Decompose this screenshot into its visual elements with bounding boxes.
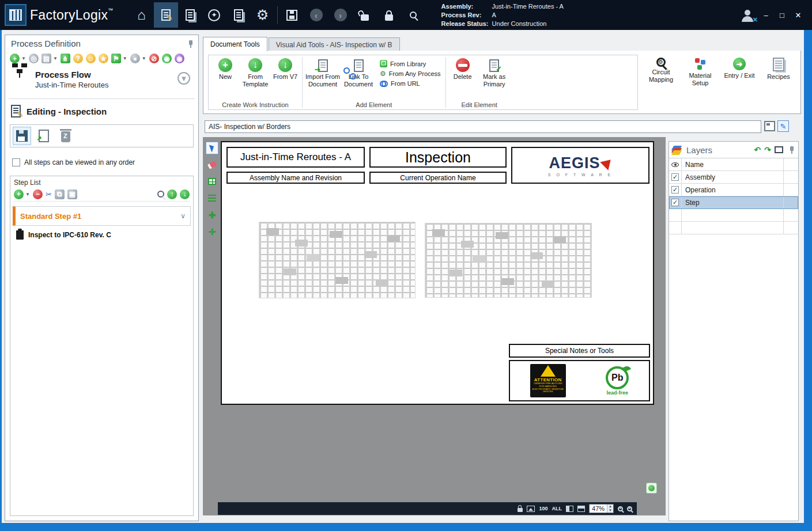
- zoom-up-arrow[interactable]: ▲: [607, 505, 613, 509]
- fit-width-button[interactable]: [566, 506, 573, 512]
- collapse-chevron-icon[interactable]: ▼: [177, 72, 190, 85]
- tab-visual-aid-tools[interactable]: Visual Aid Tools - AIS- Inspection w/ B: [269, 37, 400, 51]
- operation-visibility-checkbox[interactable]: ✓: [671, 186, 679, 194]
- process-flow-section[interactable]: Process Flow Just-in-Time Reroutes ▼: [11, 69, 192, 95]
- forward-button[interactable]: ›: [328, 2, 353, 28]
- import-step-button[interactable]: [35, 127, 53, 145]
- zoom-100-button[interactable]: 100: [539, 506, 547, 511]
- zoom-all-button[interactable]: ALL: [552, 506, 562, 511]
- new-button[interactable]: + New: [211, 56, 240, 81]
- save-step-button[interactable]: [13, 127, 31, 145]
- deactivate-button[interactable]: ⊘: [149, 54, 159, 63]
- add-operation-button[interactable]: +: [10, 54, 20, 63]
- operation-header-box[interactable]: Inspection: [369, 147, 507, 168]
- design-canvas[interactable]: ✚ ✛ Just-in-Time Reroutes - A Inspection…: [203, 137, 666, 515]
- zoom-tool-button[interactable]: +: [627, 506, 632, 511]
- delete-element-button[interactable]: Delete: [448, 56, 477, 81]
- pointer-tool-button[interactable]: [206, 142, 218, 154]
- move-step-down-button[interactable]: ↓: [180, 189, 190, 199]
- documents-button[interactable]: [178, 2, 202, 28]
- table-tool-button[interactable]: [206, 175, 218, 188]
- zoom-value-spinner[interactable]: 47% ▲ ▼: [589, 504, 614, 513]
- paste-icon[interactable]: ▣: [67, 189, 77, 199]
- mark-as-primary-button[interactable]: ✓ Mark as Primary: [478, 56, 511, 88]
- from-library-button[interactable]: ❒ From Library: [380, 60, 441, 67]
- assembly-label-box[interactable]: Assembly Name and Revision: [226, 172, 365, 184]
- pcb-image-left[interactable]: [259, 222, 416, 298]
- activate-button[interactable]: ◉: [162, 54, 172, 63]
- align-tool-button[interactable]: [206, 192, 218, 204]
- material-setup-button[interactable]: Material Setup: [682, 55, 719, 86]
- record-button[interactable]: ◉: [175, 54, 184, 63]
- person-button[interactable]: ☺: [86, 54, 96, 63]
- tab-document-tools[interactable]: Document Tools: [203, 37, 267, 51]
- zoom-down-arrow[interactable]: ▼: [607, 509, 613, 513]
- close-button[interactable]: ✕: [790, 8, 806, 22]
- eraser-tool-button[interactable]: [206, 158, 218, 171]
- move-tool-button[interactable]: ✛: [206, 225, 218, 238]
- process-editor-button[interactable]: ✎: [154, 2, 178, 28]
- lock-button[interactable]: [377, 2, 401, 28]
- more-tools-button[interactable]: ●: [130, 54, 140, 63]
- link-to-document-button[interactable]: Link To Document: [342, 56, 375, 88]
- flag-button[interactable]: ⚑: [111, 54, 121, 63]
- layer-row-step[interactable]: ✓ Step: [669, 196, 798, 209]
- step-chevron-icon[interactable]: ∨: [180, 212, 186, 220]
- layout-view-button[interactable]: [764, 121, 775, 131]
- undo-icon[interactable]: ↶: [754, 146, 761, 154]
- person-question-button[interactable]: ?: [73, 54, 83, 63]
- user-logout-icon[interactable]: ✕: [742, 16, 753, 22]
- statusbar-image-icon[interactable]: [527, 506, 535, 512]
- cut-icon[interactable]: ✂: [46, 190, 52, 199]
- from-url-button[interactable]: From URL: [380, 80, 441, 87]
- step-item-selected[interactable]: Standard Step #1 ∨: [13, 206, 191, 226]
- notes-header-box[interactable]: Special Notes or Tools: [509, 344, 650, 358]
- assembly-header-box[interactable]: Just-in-Time Reroutes - A: [226, 147, 365, 168]
- home-button[interactable]: ⌂: [130, 2, 154, 28]
- navigator-button[interactable]: ✦: [202, 2, 226, 28]
- back-button[interactable]: ‹: [304, 2, 328, 28]
- flag-caret-icon[interactable]: ▼: [123, 56, 127, 61]
- person-star-button[interactable]: ★: [99, 54, 108, 63]
- add-operation-caret-icon[interactable]: ▼: [21, 56, 26, 61]
- reports-button[interactable]: [226, 2, 251, 28]
- minimize-button[interactable]: –: [758, 8, 774, 22]
- any-order-checkbox[interactable]: [12, 158, 20, 166]
- document-page[interactable]: Just-in-Time Reroutes - A Inspection AEG…: [221, 141, 654, 405]
- web-link-button[interactable]: ◎: [29, 54, 39, 63]
- add-step-button[interactable]: +: [14, 189, 24, 199]
- step-visibility-checkbox[interactable]: ✓: [671, 199, 679, 206]
- settings-button[interactable]: ⚙: [251, 2, 275, 28]
- fullscreen-icon[interactable]: [775, 146, 783, 153]
- step-instruction-item[interactable]: Inspect to IPC-610 Rev. C: [16, 230, 111, 240]
- import-from-document-button[interactable]: ➜ Import From Document: [305, 56, 341, 88]
- maximize-button[interactable]: □: [774, 8, 790, 22]
- from-v7-button[interactable]: ↓ From V7: [271, 56, 300, 81]
- scroll-to-content-button[interactable]: [646, 483, 657, 494]
- print-button[interactable]: ▤: [41, 54, 51, 63]
- copy-icon[interactable]: ⧉: [55, 189, 65, 199]
- notes-content-box[interactable]: ATTENTION OBSERVE PRECAUTIONS FOR HANDLI…: [509, 360, 650, 401]
- assembly-visibility-checkbox[interactable]: ✓: [671, 173, 679, 181]
- layers-pin-icon[interactable]: [787, 146, 795, 154]
- pcb-image-right[interactable]: [425, 223, 592, 298]
- print-caret-icon[interactable]: ▼: [53, 56, 58, 61]
- layer-row-operation[interactable]: ✓ Operation: [669, 184, 798, 196]
- flow-view-button[interactable]: ⋔: [61, 54, 70, 63]
- document-title-input[interactable]: AIS- Inspection w/ Borders: [205, 120, 761, 133]
- zoom-in-button[interactable]: +: [618, 506, 623, 511]
- visibility-eye-icon[interactable]: [671, 162, 679, 167]
- entry-exit-button[interactable]: ➜ Entry / Exit: [721, 55, 758, 86]
- move-step-up-button[interactable]: ↑: [167, 189, 177, 199]
- find-step-button[interactable]: [157, 191, 164, 198]
- delete-step-button[interactable]: [56, 127, 75, 145]
- from-any-process-button[interactable]: ⚙ From Any Process: [380, 70, 441, 78]
- redo-icon[interactable]: ↷: [764, 146, 771, 154]
- from-template-button[interactable]: ↓ From Template: [241, 56, 270, 88]
- fit-height-button[interactable]: [577, 506, 585, 512]
- pin-icon[interactable]: [186, 40, 194, 48]
- audit-search-button[interactable]: [401, 2, 425, 28]
- more-tools-caret-icon[interactable]: ▼: [142, 56, 146, 61]
- circuit-mapping-button[interactable]: Circuit Mapping: [643, 55, 679, 86]
- layer-row-assembly[interactable]: ✓ Assembly: [669, 171, 798, 184]
